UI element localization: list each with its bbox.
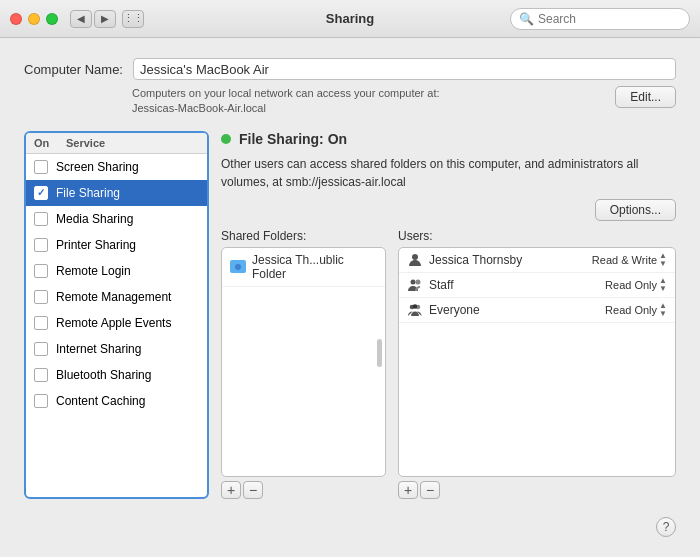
user-permission-everyone: Read Only ▲▼: [605, 302, 667, 318]
remove-folder-button[interactable]: −: [243, 481, 263, 499]
services-list: Screen Sharing File Sharing Media Sharin…: [26, 154, 207, 497]
status-row: File Sharing: On: [221, 131, 676, 147]
service-name-content-caching: Content Caching: [56, 394, 199, 408]
status-title: File Sharing: On: [239, 131, 347, 147]
address-info: Computers on your local network can acce…: [24, 86, 615, 117]
help-button[interactable]: ?: [656, 517, 676, 537]
users-list: Jessica Thornsby Read & Write ▲▼: [399, 248, 675, 368]
folder-name: Jessica Th...ublic Folder: [252, 253, 377, 281]
shared-folders-table: Jessica Th...ublic Folder: [221, 247, 386, 477]
shared-folders-list: Jessica Th...ublic Folder: [222, 248, 385, 368]
user-item-staff[interactable]: Staff Read Only ▲▼: [399, 273, 675, 298]
main-panel: On Service Screen Sharing File Sharing M…: [24, 131, 676, 499]
remote-login-checkbox[interactable]: [34, 264, 48, 278]
services-header: On Service: [26, 133, 207, 154]
search-box[interactable]: 🔍: [510, 8, 690, 30]
svg-point-1: [411, 279, 416, 284]
service-item-internet-sharing[interactable]: Internet Sharing: [26, 336, 207, 362]
service-item-remote-management[interactable]: Remote Management: [26, 284, 207, 310]
detail-description: Other users can access shared folders on…: [221, 155, 676, 191]
nav-buttons: ◀ ▶: [70, 10, 116, 28]
search-input[interactable]: [538, 12, 681, 26]
user-name-everyone: Everyone: [429, 303, 599, 317]
user-item-jessica[interactable]: Jessica Thornsby Read & Write ▲▼: [399, 248, 675, 273]
remote-apple-events-checkbox[interactable]: [34, 316, 48, 330]
sharing-tables-row: Shared Folders: Jessica Th...ublic Folde…: [221, 229, 676, 499]
scrollbar-thumb: [377, 339, 382, 367]
user-permission-staff: Read Only ▲▼: [605, 277, 667, 293]
options-row: Options...: [221, 199, 676, 221]
titlebar: ◀ ▶ ⋮⋮ Sharing 🔍: [0, 0, 700, 38]
window-title: Sharing: [326, 11, 374, 26]
user-name-jessica: Jessica Thornsby: [429, 253, 586, 267]
add-folder-button[interactable]: +: [221, 481, 241, 499]
permission-stepper-staff[interactable]: ▲▼: [659, 277, 667, 293]
content-caching-checkbox[interactable]: [34, 394, 48, 408]
back-button[interactable]: ◀: [70, 10, 92, 28]
users-label: Users:: [398, 229, 676, 243]
printer-sharing-checkbox[interactable]: [34, 238, 48, 252]
remote-management-checkbox[interactable]: [34, 290, 48, 304]
header-on: On: [34, 137, 66, 149]
remove-user-button[interactable]: −: [420, 481, 440, 499]
service-name-remote-login: Remote Login: [56, 264, 199, 278]
bluetooth-sharing-checkbox[interactable]: [34, 368, 48, 382]
address-line1: Computers on your local network can acce…: [132, 86, 615, 101]
status-dot: [221, 134, 231, 144]
computer-name-row: Computer Name:: [24, 58, 676, 80]
options-button[interactable]: Options...: [595, 199, 676, 221]
media-sharing-checkbox[interactable]: [34, 212, 48, 226]
service-item-content-caching[interactable]: Content Caching: [26, 388, 207, 414]
svg-point-0: [412, 254, 418, 260]
permission-stepper-jessica[interactable]: ▲▼: [659, 252, 667, 268]
permission-stepper-everyone[interactable]: ▲▼: [659, 302, 667, 318]
shared-folders-section: Shared Folders: Jessica Th...ublic Folde…: [221, 229, 386, 499]
computer-name-input[interactable]: [133, 58, 676, 80]
user-permission-jessica: Read & Write ▲▼: [592, 252, 667, 268]
computer-name-label: Computer Name:: [24, 62, 123, 77]
service-name-screen-sharing: Screen Sharing: [56, 160, 199, 174]
app-grid-button[interactable]: ⋮⋮: [122, 10, 144, 28]
user-item-everyone[interactable]: Everyone Read Only ▲▼: [399, 298, 675, 323]
folder-item[interactable]: Jessica Th...ublic Folder: [222, 248, 385, 287]
shared-folders-label: Shared Folders:: [221, 229, 386, 243]
edit-button[interactable]: Edit...: [615, 86, 676, 108]
internet-sharing-checkbox[interactable]: [34, 342, 48, 356]
service-item-file-sharing[interactable]: File Sharing: [26, 180, 207, 206]
user-name-staff: Staff: [429, 278, 599, 292]
add-user-button[interactable]: +: [398, 481, 418, 499]
search-icon: 🔍: [519, 12, 534, 26]
service-item-remote-login[interactable]: Remote Login: [26, 258, 207, 284]
close-button[interactable]: [10, 13, 22, 25]
svg-point-2: [416, 279, 421, 284]
service-name-remote-management: Remote Management: [56, 290, 199, 304]
user-icon-jessica: [407, 252, 423, 268]
users-section: Users: Jessica Thornsby Read & Write ▲: [398, 229, 676, 499]
forward-button[interactable]: ▶: [94, 10, 116, 28]
user-controls: + −: [398, 481, 676, 499]
service-name-file-sharing: File Sharing: [56, 186, 199, 200]
header-service: Service: [66, 137, 199, 149]
service-item-printer-sharing[interactable]: Printer Sharing: [26, 232, 207, 258]
service-item-screen-sharing[interactable]: Screen Sharing: [26, 154, 207, 180]
service-name-remote-apple-events: Remote Apple Events: [56, 316, 199, 330]
user-icon-staff: [407, 277, 423, 293]
main-content: Computer Name: Computers on your local n…: [0, 38, 700, 557]
grid-icon: ⋮⋮: [123, 12, 143, 25]
detail-panel: File Sharing: On Other users can access …: [221, 131, 676, 499]
services-panel: On Service Screen Sharing File Sharing M…: [24, 131, 209, 499]
service-item-media-sharing[interactable]: Media Sharing: [26, 206, 207, 232]
maximize-button[interactable]: [46, 13, 58, 25]
minimize-button[interactable]: [28, 13, 40, 25]
service-item-remote-apple-events[interactable]: Remote Apple Events: [26, 310, 207, 336]
screen-sharing-checkbox[interactable]: [34, 160, 48, 174]
users-table: Jessica Thornsby Read & Write ▲▼: [398, 247, 676, 477]
address-line2: Jessicas-MacBook-Air.local: [132, 101, 615, 116]
service-name-internet-sharing: Internet Sharing: [56, 342, 199, 356]
service-name-printer-sharing: Printer Sharing: [56, 238, 199, 252]
file-sharing-checkbox[interactable]: [34, 186, 48, 200]
service-name-bluetooth-sharing: Bluetooth Sharing: [56, 368, 199, 382]
svg-point-5: [413, 304, 418, 309]
bottom-help: ?: [24, 513, 676, 537]
service-item-bluetooth-sharing[interactable]: Bluetooth Sharing: [26, 362, 207, 388]
